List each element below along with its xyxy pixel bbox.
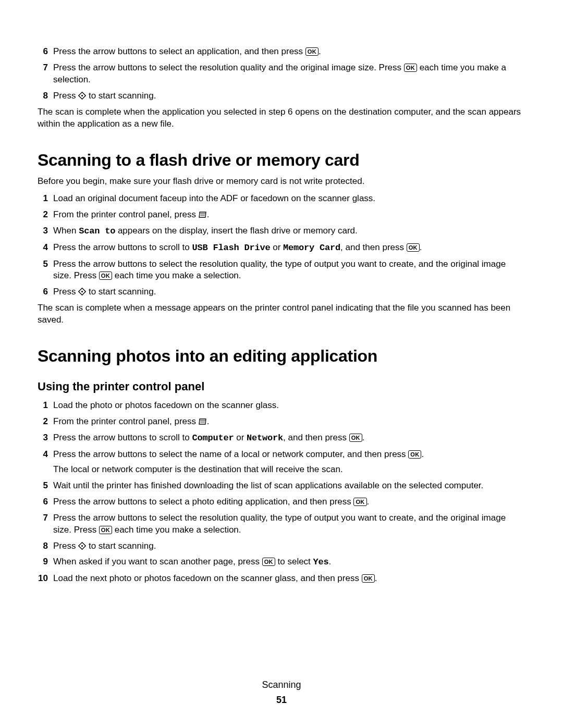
ok-key-icon: OK (99, 526, 112, 534)
svg-point-9 (81, 545, 83, 546)
step-7: 7 Press the arrow buttons to select the … (38, 62, 525, 86)
ok-key-icon: OK (353, 498, 366, 506)
ok-key-icon: OK (407, 243, 420, 252)
step-1: 1 Load the photo or photos facedown on t… (38, 400, 525, 412)
ok-key-icon: OK (305, 47, 319, 56)
step-text: From the printer control panel, press (53, 209, 199, 219)
step-text: Wait until the printer has finished down… (53, 480, 483, 490)
ok-key-icon: OK (262, 558, 275, 566)
heading-scan-photos: Scanning photos into an editing applicat… (38, 345, 525, 367)
footer-page-number: 51 (0, 694, 563, 706)
step-2: 2 From the printer control panel, press … (38, 416, 525, 428)
subheading-control-panel: Using the printer control panel (38, 379, 525, 394)
step-text: Press the arrow buttons to select a phot… (53, 497, 353, 507)
step-9: 9 When asked if you want to scan another… (38, 556, 525, 569)
step-8: 8 Press to start scanning. (38, 90, 525, 102)
step-list-photos: 1 Load the photo or photos facedown on t… (38, 400, 525, 585)
page-footer: Scanning 51 (0, 678, 563, 706)
scan-button-icon (199, 416, 207, 426)
step-text: to start scanning. (86, 91, 156, 101)
body-text: The scan is complete when the applicatio… (38, 106, 525, 130)
step-text: . (207, 209, 210, 219)
step-4: 4 Press the arrow buttons to select the … (38, 449, 525, 476)
start-diamond-icon (78, 541, 86, 551)
step-6: 6 Press the arrow buttons to select a ph… (38, 496, 525, 508)
step-text: Press (53, 541, 78, 551)
step-text: each time you make a selection. (112, 525, 241, 535)
start-diamond-icon (78, 91, 86, 101)
step-list-continued: 6 Press the arrow buttons to select an a… (38, 46, 525, 102)
body-text: Before you begin, make sure your flash d… (38, 176, 525, 188)
heading-scan-flash: Scanning to a flash drive or memory card (38, 149, 525, 171)
step-text: Press the arrow buttons to select an app… (53, 46, 305, 56)
document-page: 6 Press the arrow buttons to select an a… (0, 0, 563, 728)
footer-title: Scanning (0, 678, 563, 691)
display-text: Scan to (79, 226, 115, 236)
step-text: , and then press (283, 433, 349, 442)
step-list-flash: 1 Load an original document faceup into … (38, 193, 525, 299)
step-text: Load the photo or photos facedown on the… (53, 400, 279, 410)
step-8: 8 Press to start scanning. (38, 540, 525, 552)
step-5: 5 Wait until the printer has finished do… (38, 480, 525, 492)
scan-button-icon (199, 209, 207, 219)
ok-key-icon: OK (404, 64, 417, 72)
step-text: Press the arrow buttons to select the na… (53, 449, 408, 459)
step-text: or (234, 433, 247, 442)
step-text: to start scanning. (86, 287, 156, 297)
svg-point-5 (81, 291, 83, 292)
step-text: Press the arrow buttons to scroll to (53, 242, 192, 252)
step-text: to select (275, 557, 313, 566)
step-text: When (53, 226, 79, 236)
step-text: Press (53, 91, 78, 101)
step-3: 3 When Scan to appears on the display, i… (38, 225, 525, 238)
step-text: When asked if you want to scan another p… (53, 557, 262, 566)
ok-key-icon: OK (99, 272, 112, 280)
step-5: 5 Press the arrow buttons to select the … (38, 258, 525, 282)
display-text: USB Flash Drive (192, 243, 270, 253)
svg-point-1 (81, 95, 83, 96)
display-text: Network (247, 433, 283, 443)
step-text: Press the arrow buttons to select the re… (53, 63, 404, 72)
step-text: or (270, 242, 283, 252)
step-4: 4 Press the arrow buttons to scroll to U… (38, 242, 525, 254)
step-text: . (420, 242, 422, 252)
step-6: 6 Press the arrow buttons to select an a… (38, 46, 525, 58)
step-text: . (207, 416, 210, 426)
display-text: Memory Card (283, 243, 340, 253)
step-text: each time you make a selection. (112, 270, 241, 280)
step-text: Press (53, 287, 78, 297)
step-text: appears on the display, insert the flash… (115, 226, 358, 236)
display-text: Computer (192, 433, 234, 443)
display-text: Yes (313, 557, 329, 567)
step-text: From the printer control panel, press (53, 416, 199, 426)
step-6: 6 Press to start scanning. (38, 286, 525, 298)
step-text: to start scanning. (86, 541, 156, 551)
step-text: . (319, 46, 321, 56)
step-text: . (375, 573, 377, 583)
step-1: 1 Load an original document faceup into … (38, 193, 525, 205)
step-7: 7 Press the arrow buttons to select the … (38, 512, 525, 536)
ok-key-icon: OK (408, 450, 421, 459)
step-text: . (421, 449, 424, 459)
step-text: . (362, 433, 365, 442)
step-text: Load an original document faceup into th… (53, 193, 375, 203)
step-2: 2 From the printer control panel, press … (38, 209, 525, 221)
step-text: Press the arrow buttons to scroll to (53, 433, 192, 442)
step-3: 3 Press the arrow buttons to scroll to C… (38, 432, 525, 445)
step-text: . (367, 497, 370, 507)
step-text: , and then press (340, 242, 407, 252)
step-text: Load the next photo or photos facedown o… (53, 573, 362, 583)
ok-key-icon: OK (362, 574, 375, 583)
step-text: . (329, 557, 332, 566)
body-text: The scan is complete when a message appe… (38, 302, 525, 326)
step-10: 10 Load the next photo or photos facedow… (38, 573, 525, 585)
step-subtext: The local or network computer is the des… (53, 464, 525, 476)
ok-key-icon: OK (349, 434, 362, 442)
start-diamond-icon (78, 287, 86, 297)
